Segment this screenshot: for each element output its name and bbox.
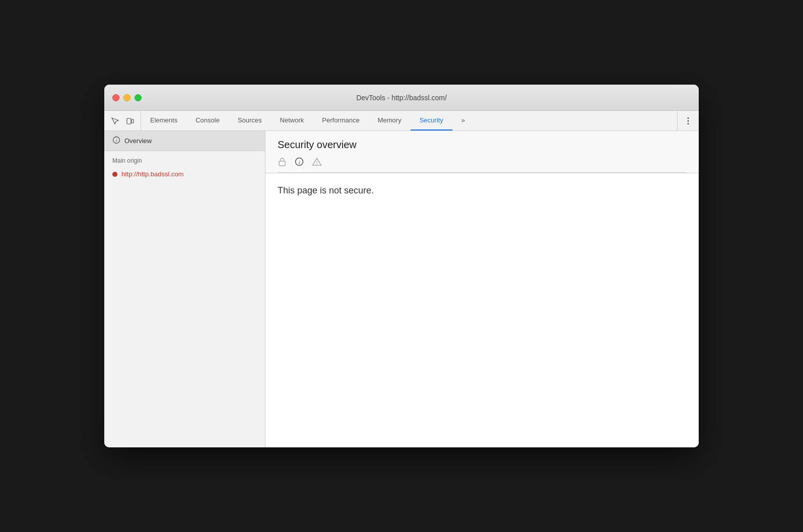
vertical-dots-icon[interactable]	[682, 114, 695, 127]
not-secure-message: This page is not secure.	[278, 185, 687, 196]
devtools-window: DevTools - http://badssl.com/ Elements C	[104, 85, 699, 447]
origin-url[interactable]: http://http.badssl.com	[121, 170, 184, 178]
window-title: DevTools - http://badssl.com/	[356, 94, 447, 102]
svg-text:i: i	[298, 159, 300, 165]
svg-point-4	[688, 123, 689, 124]
minimize-button[interactable]	[123, 94, 130, 101]
close-button[interactable]	[112, 94, 119, 101]
traffic-lights	[112, 94, 142, 101]
tab-performance[interactable]: Performance	[313, 111, 368, 130]
tab-more[interactable]: »	[452, 111, 474, 130]
inspect-element-icon[interactable]	[108, 114, 121, 127]
info-icon[interactable]: i	[295, 157, 304, 166]
sidebar-origin-item[interactable]: http://http.badssl.com	[104, 167, 265, 181]
sidebar-overview-item[interactable]: i Overview	[104, 131, 265, 151]
device-toggle-icon[interactable]	[123, 114, 137, 127]
warning-icon[interactable]: !	[312, 157, 322, 166]
overview-label: Overview	[124, 137, 152, 145]
svg-rect-0	[127, 118, 131, 124]
tab-elements[interactable]: Elements	[141, 111, 186, 130]
tab-network[interactable]: Network	[271, 111, 313, 130]
lock-icon[interactable]	[278, 157, 287, 167]
sidebar: i Overview Main origin http://http.badss…	[104, 131, 265, 447]
toolbar-icons	[104, 111, 141, 130]
svg-point-3	[688, 120, 689, 121]
content-title: Security overview	[278, 139, 687, 151]
security-icons-row: i !	[278, 157, 687, 167]
content-header: Security overview i	[265, 131, 699, 173]
tabs-container: Elements Console Sources Network Perform…	[141, 111, 677, 130]
toolbar-end	[677, 111, 699, 130]
tab-console[interactable]: Console	[186, 111, 229, 130]
svg-rect-1	[131, 119, 133, 123]
origin-status-dot	[112, 172, 117, 177]
content-body: This page is not secure.	[265, 173, 699, 447]
title-bar: DevTools - http://badssl.com/	[104, 85, 699, 111]
tab-memory[interactable]: Memory	[369, 111, 411, 130]
svg-point-2	[688, 117, 689, 119]
svg-rect-7	[279, 161, 285, 166]
info-circle-icon: i	[112, 136, 120, 146]
svg-text:i: i	[116, 138, 117, 143]
toolbar: Elements Console Sources Network Perform…	[104, 111, 699, 131]
svg-text:!: !	[316, 160, 318, 165]
security-content: Security overview i	[265, 131, 699, 447]
tab-sources[interactable]: Sources	[229, 111, 271, 130]
tab-security[interactable]: Security	[411, 111, 452, 130]
maximize-button[interactable]	[135, 94, 142, 101]
main-content: i Overview Main origin http://http.badss…	[104, 131, 699, 447]
sidebar-section-title: Main origin	[104, 151, 265, 167]
